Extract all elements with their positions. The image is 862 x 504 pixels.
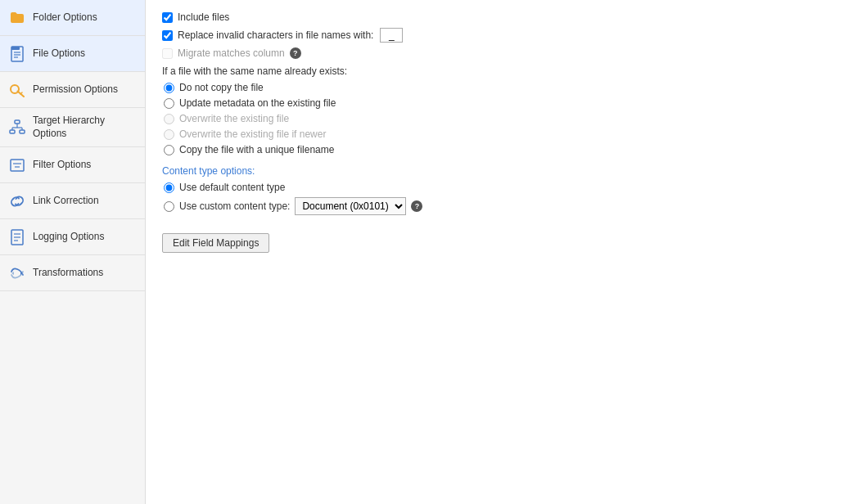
sidebar-item-file-options-label: File Options: [33, 47, 85, 61]
custom-content-type-label: Use custom content type:: [179, 200, 290, 212]
logging-icon: [8, 228, 26, 246]
sidebar-item-transformations[interactable]: Transformations: [0, 255, 145, 291]
include-files-checkbox[interactable]: [162, 12, 173, 23]
sidebar-item-target-hierarchy-options[interactable]: Target Hierarchy Options: [0, 108, 145, 147]
replace-invalid-label: Replace invalid characters in file names…: [178, 29, 373, 41]
file-exists-radio-group: Do not copy the file Update metadata on …: [164, 82, 846, 155]
migrate-matches-row: Migrate matches column ?: [162, 47, 846, 59]
sidebar-item-filter-options[interactable]: Filter Options: [0, 147, 145, 183]
copy-unique-radio[interactable]: [164, 145, 174, 155]
update-metadata-label: Update metadata on the existing file: [179, 97, 336, 109]
custom-content-type-radio[interactable]: [164, 201, 174, 212]
radio-row-default-content-type: Use default content type: [164, 182, 846, 193]
sidebar-item-filter-options-label: Filter Options: [33, 159, 91, 172]
hierarchy-icon: [8, 119, 26, 137]
sidebar-item-file-options[interactable]: File Options: [0, 36, 145, 72]
default-content-type-radio[interactable]: [164, 182, 174, 193]
default-content-type-label: Use default content type: [179, 182, 285, 193]
edit-field-mappings-button[interactable]: Edit Field Mappings: [162, 233, 269, 253]
svg-rect-8: [15, 120, 20, 124]
content-type-help-icon[interactable]: ?: [411, 200, 422, 212]
sidebar-item-logging-options-label: Logging Options: [33, 231, 104, 244]
migrate-matches-help-icon[interactable]: ?: [290, 47, 301, 59]
overwrite-newer-label: Overwrite the existing file if newer: [179, 128, 326, 140]
folder-icon: [8, 9, 26, 27]
overwrite-existing-label: Overwrite the existing file: [179, 113, 289, 124]
migrate-matches-label: Migrate matches column: [178, 47, 285, 59]
svg-rect-10: [20, 130, 25, 133]
sidebar-item-permission-options[interactable]: Permission Options: [0, 72, 145, 108]
radio-row-overwrite-newer: Overwrite the existing file if newer: [164, 128, 846, 140]
content-type-section: Content type options: Use default conten…: [162, 165, 846, 215]
migrate-matches-checkbox[interactable]: [162, 48, 173, 59]
transform-icon: [8, 264, 26, 282]
sidebar-item-folder-options-label: Folder Options: [33, 11, 97, 25]
radio-row-update-metadata: Update metadata on the existing file: [164, 97, 846, 109]
sidebar-item-permission-options-label: Permission Options: [33, 83, 118, 97]
sidebar-item-link-correction-label: Link Correction: [33, 195, 99, 208]
file-icon: [8, 45, 26, 63]
same-name-label: If a file with the same name already exi…: [162, 65, 846, 77]
svg-rect-15: [11, 160, 24, 171]
content-type-radio-group: Use default content type Use custom cont…: [164, 182, 846, 215]
replace-invalid-row: Replace invalid characters in file names…: [162, 28, 846, 43]
overwrite-newer-radio[interactable]: [164, 129, 174, 140]
sidebar-item-transformations-label: Transformations: [33, 267, 103, 280]
replace-invalid-checkbox[interactable]: [162, 30, 173, 41]
content-type-label: Content type options:: [162, 165, 846, 177]
do-not-copy-label: Do not copy the file: [179, 82, 264, 93]
radio-row-overwrite-existing: Overwrite the existing file: [164, 113, 846, 124]
radio-row-copy-unique: Copy the file with a unique filename: [164, 144, 846, 155]
do-not-copy-radio[interactable]: [164, 83, 174, 93]
content-type-select[interactable]: Document (0x0101): [295, 197, 406, 215]
radio-row-do-not-copy: Do not copy the file: [164, 82, 846, 93]
overwrite-existing-radio[interactable]: [164, 114, 174, 124]
key-icon: [8, 81, 26, 99]
main-content: Include files Replace invalid characters…: [146, 0, 862, 504]
filter-icon: [8, 156, 26, 174]
update-metadata-radio[interactable]: [164, 98, 174, 109]
sidebar-item-link-correction[interactable]: Link Correction: [0, 183, 145, 219]
include-files-row: Include files: [162, 11, 846, 23]
replace-invalid-input[interactable]: [380, 28, 403, 43]
svg-rect-9: [10, 130, 15, 133]
sidebar-item-logging-options[interactable]: Logging Options: [0, 219, 145, 255]
sidebar: Folder Options File Options Permission O…: [0, 0, 146, 504]
include-files-label: Include files: [178, 11, 229, 23]
sidebar-item-target-hierarchy-options-label: Target Hierarchy Options: [33, 115, 137, 140]
copy-unique-label: Copy the file with a unique filename: [179, 144, 334, 155]
link-icon: [8, 192, 26, 210]
radio-row-custom-content-type: Use custom content type: Document (0x010…: [164, 197, 846, 215]
sidebar-item-folder-options[interactable]: Folder Options: [0, 0, 145, 36]
